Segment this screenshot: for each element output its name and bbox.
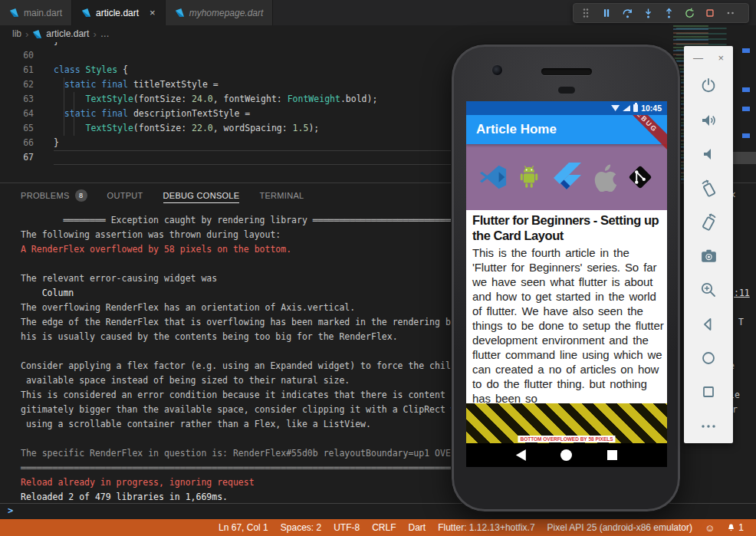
status-language[interactable]: Dart (403, 522, 432, 533)
android-back-button[interactable] (516, 449, 526, 461)
line-number: 66 (0, 136, 34, 150)
bell-icon (727, 523, 735, 532)
dart-file-icon (32, 29, 42, 39)
overview-ruler-mark (742, 133, 750, 138)
panel-tab-label: DEBUG CONSOLE (163, 191, 240, 200)
stop-button[interactable] (702, 5, 718, 21)
tab-main-dart[interactable]: main.dart (0, 0, 72, 25)
tab-article-dart[interactable]: article.dart × (72, 0, 166, 25)
tab-myhomepage-dart[interactable]: myhomepage.dart (166, 0, 274, 25)
phone-screen[interactable]: DEBUG 10:45 Article Home Flutter for Beg… (466, 101, 667, 467)
wifi-icon (611, 105, 620, 111)
source-link-fragment[interactable]: :11 (734, 286, 750, 301)
panel-tab-label: PROBLEMS (21, 191, 70, 200)
android-recents-button[interactable] (607, 450, 617, 460)
tab-terminal[interactable]: TERMINAL (259, 183, 304, 207)
overview-ruler-mark (742, 107, 750, 111)
flutter-logo-icon (551, 162, 584, 192)
overflow-warning-label: BOTTOM OVERFLOWED BY 58 PIXELS (518, 436, 615, 442)
status-device[interactable]: Pixel API 25 (android-x86 emulator) (541, 522, 698, 533)
more-options-button[interactable] (684, 409, 733, 443)
android-home-button[interactable] (560, 449, 572, 461)
status-encoding[interactable]: UTF-8 (327, 522, 366, 533)
drag-handle-icon[interactable] (578, 5, 593, 21)
step-into-button[interactable] (640, 5, 656, 21)
vscode-window: main.dart article.dart × myhomepage.dart (0, 0, 756, 536)
breadcrumb-folder[interactable]: lib (12, 28, 21, 39)
status-flutter-version[interactable]: Flutter: 1.12.13+hotfix.7 (432, 522, 541, 533)
power-button[interactable] (684, 69, 733, 103)
vscode-logo-icon (478, 163, 508, 192)
zoom-button[interactable] (684, 273, 733, 307)
status-indentation[interactable]: Spaces: 2 (274, 522, 327, 533)
dart-file-icon (81, 8, 91, 18)
article-title: Flutter for Beginners - Setting up the C… (472, 212, 665, 243)
chevron-right-icon: › (93, 28, 96, 40)
tab-label: main.dart (24, 8, 62, 18)
screenshot-camera-button[interactable] (684, 239, 733, 273)
indent-guide (74, 92, 74, 136)
tab-output[interactable]: OUTPUT (107, 183, 143, 207)
tab-debug-console[interactable]: DEBUG CONSOLE (163, 183, 240, 207)
dart-file-icon (9, 8, 19, 18)
status-eol[interactable]: CRLF (366, 522, 402, 533)
line-number: 61 (0, 63, 34, 77)
console-prompt-icon: > (8, 505, 13, 516)
tab-problems[interactable]: PROBLEMS 8 (21, 183, 87, 207)
minimize-icon[interactable]: — (693, 53, 703, 63)
line-number: 67 (0, 150, 34, 165)
apple-logo-icon (591, 163, 619, 192)
dart-file-icon (175, 8, 185, 18)
overflow-warning-stripes: BOTTOM OVERFLOWED BY 58 PIXELS (466, 403, 667, 443)
volume-down-button[interactable] (684, 137, 733, 171)
status-bar: Ln 67, Col 1 Spaces: 2 UTF-8 CRLF Dart F… (0, 519, 756, 536)
breadcrumb-symbol[interactable]: … (100, 28, 110, 39)
android-logo-icon (514, 163, 544, 192)
indent-guide (64, 77, 64, 136)
article-card[interactable]: Flutter for Beginners - Setting up the C… (466, 210, 667, 403)
phone-speaker (541, 68, 592, 75)
rotate-left-button[interactable] (684, 171, 733, 205)
overview-ruler-mark (742, 87, 750, 92)
pause-button[interactable] (599, 5, 614, 21)
volume-up-button[interactable] (684, 103, 733, 136)
more-actions-icon[interactable] (723, 5, 738, 21)
tab-label: myhomepage.dart (189, 8, 264, 18)
notifications-bell[interactable]: 1 (721, 522, 750, 533)
console-text-fragment: r (732, 403, 738, 417)
close-tab-icon[interactable]: × (150, 7, 156, 18)
panel-tab-label: TERMINAL (259, 191, 304, 200)
console-text-fragment: T (738, 315, 744, 330)
line-number: 65 (0, 121, 34, 136)
step-out-button[interactable] (661, 5, 676, 21)
phone-camera (491, 64, 503, 76)
app-bar-title: Article Home (476, 122, 557, 137)
android-nav-bar (466, 443, 667, 467)
close-icon[interactable]: × (718, 53, 724, 63)
line-number: 63 (0, 92, 34, 107)
cellular-signal-icon (623, 105, 630, 111)
breadcrumb-file[interactable]: article.dart (46, 28, 89, 39)
android-emulator-phone[interactable]: DEBUG 10:45 Article Home Flutter for Beg… (451, 44, 681, 512)
debug-toolbar (573, 3, 749, 23)
line-number: 62 (0, 77, 34, 92)
step-over-button[interactable] (620, 5, 635, 21)
line-number (0, 42, 34, 48)
emulator-back-button[interactable] (684, 307, 733, 341)
editor-scrollbar[interactable] (733, 152, 756, 164)
status-line-col[interactable]: Ln 67, Col 1 (212, 522, 274, 533)
emulator-home-button[interactable] (684, 341, 733, 375)
chevron-right-icon: › (25, 28, 28, 40)
feedback-smiley-icon[interactable]: ☺ (698, 523, 721, 533)
breadcrumb[interactable]: lib › article.dart › … (0, 25, 756, 42)
article-body: This is the fourth article in the 'Flutt… (472, 245, 664, 403)
rotate-right-button[interactable] (684, 205, 733, 238)
tech-icons-banner (466, 144, 667, 210)
phone-sensor (558, 87, 575, 94)
emulator-overview-button[interactable] (684, 375, 733, 409)
restart-button[interactable] (682, 5, 697, 21)
overview-ruler-mark (742, 48, 750, 53)
line-number: 60 (0, 48, 34, 63)
tab-label: article.dart (96, 8, 139, 18)
line-number: 64 (0, 107, 34, 121)
